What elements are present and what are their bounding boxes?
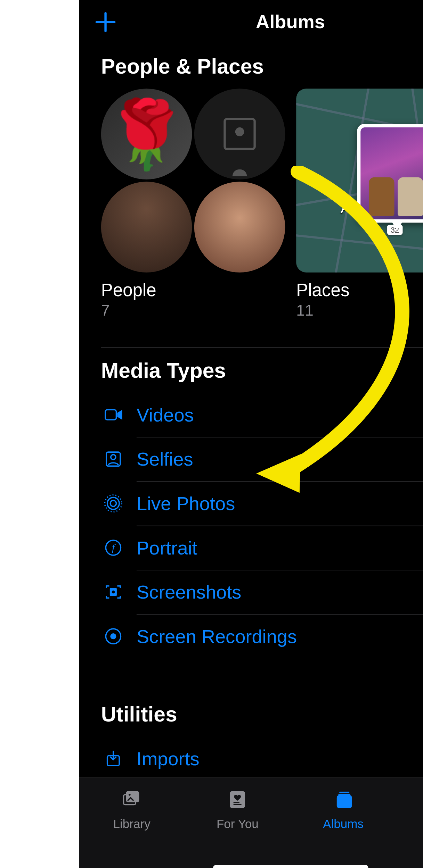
tab-bar: Library For You Albums Search [79,777,423,868]
section-title-people-places: People & Places [101,55,423,79]
places-map: Awka 32 [296,89,423,273]
livephoto-icon [101,491,125,516]
map-pin-count: 32 [387,225,402,235]
portrait-icon: f [101,535,125,560]
map-pin: 32 [357,124,423,223]
people-face-placeholder [194,89,285,180]
media-row-portrait[interactable]: fPortrait31› [79,526,423,570]
library-icon [122,786,141,813]
people-face-3 [194,182,285,273]
people-label: People [101,280,285,301]
media-types-list: Videos962›Selfies2›Live Photos43›fPortra… [79,393,423,659]
section-title-utilities: Utilities [101,703,423,727]
svg-point-10 [112,591,115,594]
svg-rect-0 [105,410,116,420]
svg-rect-25 [338,794,350,796]
media-row-label: Live Photos [137,493,235,514]
imports-icon [101,746,125,771]
tab-search[interactable]: Search [407,786,423,868]
svg-point-3 [111,454,116,459]
svg-point-5 [107,498,119,509]
tab-library-label: Library [113,817,150,831]
media-row-label: Portrait [137,537,197,558]
nav-title: Albums [256,11,325,33]
places-label: Places [296,280,423,301]
places-album[interactable]: Awka 32 Places 11 [296,89,423,319]
media-row-label: Videos [137,404,194,426]
svg-rect-24 [337,796,351,808]
nav-bar: Albums [79,0,423,44]
svg-point-12 [110,633,116,639]
screenrec-icon [101,624,125,649]
media-row-label: Screenshots [137,581,241,603]
tab-for-you[interactable]: For You [196,786,279,868]
screenshot-icon [101,580,125,604]
tab-library[interactable]: Library [90,786,173,868]
people-face-1: 🌹 [101,89,192,180]
albums-icon [333,786,353,813]
svg-point-4 [110,500,116,506]
tab-for-you-label: For You [217,817,259,831]
video-icon [101,403,125,427]
media-row-label: Screen Recordings [137,626,297,647]
rose-icon: 🌹 [105,101,188,167]
svg-rect-26 [339,792,349,793]
add-button[interactable] [90,7,121,37]
media-row-label: Selfies [137,448,193,470]
utility-row-label: Imports [137,748,200,769]
people-count: 7 [101,302,285,319]
people-face-2 [101,182,192,273]
utility-row-imports[interactable]: Imports18› [79,736,423,781]
person-placeholder-icon [223,118,256,150]
svg-point-20 [129,794,131,796]
tab-albums[interactable]: Albums [302,786,385,868]
section-divider [101,347,423,348]
media-row-selfies[interactable]: Selfies2› [79,437,423,481]
svg-text:f: f [112,542,116,553]
media-row-screen-recordings[interactable]: Screen Recordings209› [79,614,423,659]
people-album[interactable]: 🌹 People 7 [101,89,285,319]
selfie-icon [101,447,125,471]
plus-icon [96,12,115,32]
svg-marker-1 [117,410,122,420]
tab-albums-label: Albums [323,817,364,831]
places-count: 11 [296,302,423,319]
media-row-videos[interactable]: Videos962› [79,393,423,437]
photos-app-albums-screen: Albums People & Places 🌹 People 7 [79,0,423,868]
media-row-screenshots[interactable]: Screenshots1,394› [79,570,423,614]
people-places-row: 🌹 People 7 Awka 32 [79,89,423,319]
home-indicator[interactable] [213,865,368,868]
section-title-media-types: Media Types [101,359,423,383]
people-grid: 🌹 [101,89,285,273]
for-you-icon [228,786,247,813]
media-row-live-photos[interactable]: Live Photos43› [79,481,423,526]
